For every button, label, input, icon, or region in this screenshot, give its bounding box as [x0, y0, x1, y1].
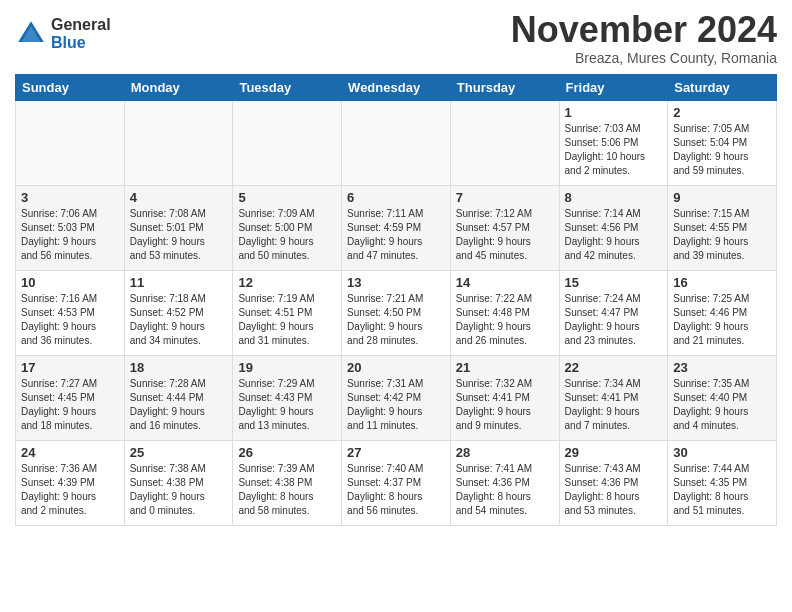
col-header-monday: Monday	[124, 74, 233, 100]
calendar-cell: 13Sunrise: 7:21 AM Sunset: 4:50 PM Dayli…	[342, 270, 451, 355]
day-number: 16	[673, 275, 771, 290]
calendar-cell: 6Sunrise: 7:11 AM Sunset: 4:59 PM Daylig…	[342, 185, 451, 270]
day-info: Sunrise: 7:15 AM Sunset: 4:55 PM Dayligh…	[673, 207, 771, 263]
logo-general: General	[51, 16, 111, 34]
day-info: Sunrise: 7:27 AM Sunset: 4:45 PM Dayligh…	[21, 377, 119, 433]
day-number: 22	[565, 360, 663, 375]
col-header-sunday: Sunday	[16, 74, 125, 100]
calendar-header-row: SundayMondayTuesdayWednesdayThursdayFrid…	[16, 74, 777, 100]
calendar-cell	[450, 100, 559, 185]
day-number: 13	[347, 275, 445, 290]
calendar-cell: 26Sunrise: 7:39 AM Sunset: 4:38 PM Dayli…	[233, 440, 342, 525]
calendar-week-row: 3Sunrise: 7:06 AM Sunset: 5:03 PM Daylig…	[16, 185, 777, 270]
day-info: Sunrise: 7:35 AM Sunset: 4:40 PM Dayligh…	[673, 377, 771, 433]
calendar-cell: 9Sunrise: 7:15 AM Sunset: 4:55 PM Daylig…	[668, 185, 777, 270]
day-info: Sunrise: 7:41 AM Sunset: 4:36 PM Dayligh…	[456, 462, 554, 518]
day-number: 12	[238, 275, 336, 290]
calendar-cell: 19Sunrise: 7:29 AM Sunset: 4:43 PM Dayli…	[233, 355, 342, 440]
day-number: 18	[130, 360, 228, 375]
day-info: Sunrise: 7:43 AM Sunset: 4:36 PM Dayligh…	[565, 462, 663, 518]
calendar-week-row: 17Sunrise: 7:27 AM Sunset: 4:45 PM Dayli…	[16, 355, 777, 440]
calendar-cell: 22Sunrise: 7:34 AM Sunset: 4:41 PM Dayli…	[559, 355, 668, 440]
day-number: 20	[347, 360, 445, 375]
day-info: Sunrise: 7:28 AM Sunset: 4:44 PM Dayligh…	[130, 377, 228, 433]
day-info: Sunrise: 7:16 AM Sunset: 4:53 PM Dayligh…	[21, 292, 119, 348]
calendar-cell: 17Sunrise: 7:27 AM Sunset: 4:45 PM Dayli…	[16, 355, 125, 440]
day-number: 21	[456, 360, 554, 375]
title-area: November 2024 Breaza, Mures County, Roma…	[511, 10, 777, 66]
day-info: Sunrise: 7:31 AM Sunset: 4:42 PM Dayligh…	[347, 377, 445, 433]
calendar-cell: 14Sunrise: 7:22 AM Sunset: 4:48 PM Dayli…	[450, 270, 559, 355]
calendar-cell: 4Sunrise: 7:08 AM Sunset: 5:01 PM Daylig…	[124, 185, 233, 270]
day-number: 17	[21, 360, 119, 375]
day-number: 30	[673, 445, 771, 460]
day-number: 5	[238, 190, 336, 205]
day-info: Sunrise: 7:18 AM Sunset: 4:52 PM Dayligh…	[130, 292, 228, 348]
header: General Blue November 2024 Breaza, Mures…	[15, 10, 777, 66]
calendar-cell	[16, 100, 125, 185]
day-number: 1	[565, 105, 663, 120]
day-info: Sunrise: 7:34 AM Sunset: 4:41 PM Dayligh…	[565, 377, 663, 433]
calendar-cell: 29Sunrise: 7:43 AM Sunset: 4:36 PM Dayli…	[559, 440, 668, 525]
day-info: Sunrise: 7:11 AM Sunset: 4:59 PM Dayligh…	[347, 207, 445, 263]
calendar-cell: 23Sunrise: 7:35 AM Sunset: 4:40 PM Dayli…	[668, 355, 777, 440]
day-info: Sunrise: 7:44 AM Sunset: 4:35 PM Dayligh…	[673, 462, 771, 518]
day-info: Sunrise: 7:25 AM Sunset: 4:46 PM Dayligh…	[673, 292, 771, 348]
calendar-cell: 30Sunrise: 7:44 AM Sunset: 4:35 PM Dayli…	[668, 440, 777, 525]
day-number: 2	[673, 105, 771, 120]
day-info: Sunrise: 7:32 AM Sunset: 4:41 PM Dayligh…	[456, 377, 554, 433]
logo-blue: Blue	[51, 34, 111, 52]
calendar-cell: 1Sunrise: 7:03 AM Sunset: 5:06 PM Daylig…	[559, 100, 668, 185]
logo: General Blue	[15, 16, 111, 51]
calendar-cell: 11Sunrise: 7:18 AM Sunset: 4:52 PM Dayli…	[124, 270, 233, 355]
day-info: Sunrise: 7:36 AM Sunset: 4:39 PM Dayligh…	[21, 462, 119, 518]
day-info: Sunrise: 7:09 AM Sunset: 5:00 PM Dayligh…	[238, 207, 336, 263]
calendar-cell: 10Sunrise: 7:16 AM Sunset: 4:53 PM Dayli…	[16, 270, 125, 355]
day-info: Sunrise: 7:21 AM Sunset: 4:50 PM Dayligh…	[347, 292, 445, 348]
day-number: 27	[347, 445, 445, 460]
calendar-cell: 3Sunrise: 7:06 AM Sunset: 5:03 PM Daylig…	[16, 185, 125, 270]
day-number: 3	[21, 190, 119, 205]
day-number: 9	[673, 190, 771, 205]
calendar-cell: 27Sunrise: 7:40 AM Sunset: 4:37 PM Dayli…	[342, 440, 451, 525]
calendar-cell: 25Sunrise: 7:38 AM Sunset: 4:38 PM Dayli…	[124, 440, 233, 525]
calendar-cell: 20Sunrise: 7:31 AM Sunset: 4:42 PM Dayli…	[342, 355, 451, 440]
day-info: Sunrise: 7:03 AM Sunset: 5:06 PM Dayligh…	[565, 122, 663, 178]
calendar-cell: 2Sunrise: 7:05 AM Sunset: 5:04 PM Daylig…	[668, 100, 777, 185]
day-number: 4	[130, 190, 228, 205]
day-number: 24	[21, 445, 119, 460]
calendar-week-row: 24Sunrise: 7:36 AM Sunset: 4:39 PM Dayli…	[16, 440, 777, 525]
day-info: Sunrise: 7:40 AM Sunset: 4:37 PM Dayligh…	[347, 462, 445, 518]
page: General Blue November 2024 Breaza, Mures…	[0, 0, 792, 541]
day-number: 14	[456, 275, 554, 290]
day-info: Sunrise: 7:12 AM Sunset: 4:57 PM Dayligh…	[456, 207, 554, 263]
day-info: Sunrise: 7:14 AM Sunset: 4:56 PM Dayligh…	[565, 207, 663, 263]
calendar-cell: 8Sunrise: 7:14 AM Sunset: 4:56 PM Daylig…	[559, 185, 668, 270]
day-info: Sunrise: 7:08 AM Sunset: 5:01 PM Dayligh…	[130, 207, 228, 263]
month-title: November 2024	[511, 10, 777, 50]
col-header-thursday: Thursday	[450, 74, 559, 100]
day-info: Sunrise: 7:19 AM Sunset: 4:51 PM Dayligh…	[238, 292, 336, 348]
calendar-cell: 28Sunrise: 7:41 AM Sunset: 4:36 PM Dayli…	[450, 440, 559, 525]
day-number: 19	[238, 360, 336, 375]
calendar-cell	[124, 100, 233, 185]
day-number: 28	[456, 445, 554, 460]
day-number: 25	[130, 445, 228, 460]
day-number: 6	[347, 190, 445, 205]
calendar-table: SundayMondayTuesdayWednesdayThursdayFrid…	[15, 74, 777, 526]
day-info: Sunrise: 7:39 AM Sunset: 4:38 PM Dayligh…	[238, 462, 336, 518]
calendar-cell: 16Sunrise: 7:25 AM Sunset: 4:46 PM Dayli…	[668, 270, 777, 355]
calendar-cell: 15Sunrise: 7:24 AM Sunset: 4:47 PM Dayli…	[559, 270, 668, 355]
day-number: 23	[673, 360, 771, 375]
day-number: 10	[21, 275, 119, 290]
calendar-cell: 24Sunrise: 7:36 AM Sunset: 4:39 PM Dayli…	[16, 440, 125, 525]
day-info: Sunrise: 7:05 AM Sunset: 5:04 PM Dayligh…	[673, 122, 771, 178]
calendar-cell: 18Sunrise: 7:28 AM Sunset: 4:44 PM Dayli…	[124, 355, 233, 440]
day-info: Sunrise: 7:38 AM Sunset: 4:38 PM Dayligh…	[130, 462, 228, 518]
day-info: Sunrise: 7:22 AM Sunset: 4:48 PM Dayligh…	[456, 292, 554, 348]
day-number: 8	[565, 190, 663, 205]
calendar-cell: 5Sunrise: 7:09 AM Sunset: 5:00 PM Daylig…	[233, 185, 342, 270]
logo-text: General Blue	[51, 16, 111, 51]
day-info: Sunrise: 7:29 AM Sunset: 4:43 PM Dayligh…	[238, 377, 336, 433]
day-number: 15	[565, 275, 663, 290]
